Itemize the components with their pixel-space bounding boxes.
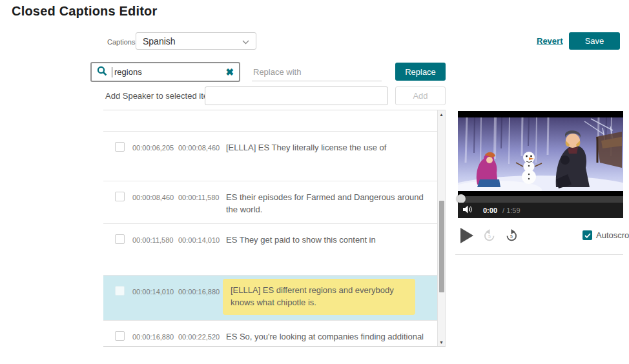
chevron-down-icon bbox=[242, 35, 249, 47]
duration: / 1:59 bbox=[502, 207, 521, 214]
scrollbar-thumb[interactable] bbox=[439, 201, 444, 292]
rewind-5-icon: 5 bbox=[483, 228, 496, 243]
start-time: 00:00:16,880 bbox=[132, 333, 174, 341]
caption-row-selected[interactable]: 00:00:14,010 00:00:16,880 [ELLLA] ES dif… bbox=[103, 276, 437, 321]
row-checkbox[interactable] bbox=[115, 234, 125, 244]
autoscroll-checkbox[interactable] bbox=[583, 230, 592, 240]
revert-link[interactable]: Revert bbox=[537, 36, 562, 46]
add-speaker-button: Add bbox=[395, 86, 446, 105]
svg-text:5: 5 bbox=[488, 234, 491, 239]
caption-row[interactable]: 00:00:06,205 00:00:08,460 [ELLLA] ES The… bbox=[103, 132, 437, 181]
captions-language-select[interactable]: Spanish bbox=[136, 32, 256, 50]
seek-bar[interactable] bbox=[458, 196, 623, 203]
scroll-up-arrow[interactable]: ▲ bbox=[438, 111, 445, 119]
end-time: 00:00:16,880 bbox=[178, 288, 220, 296]
caption-text-highlighted[interactable]: [ELLLA] ES different regions and everybo… bbox=[223, 279, 415, 315]
speaker-input[interactable] bbox=[205, 86, 388, 105]
clear-icon[interactable]: ✖ bbox=[225, 67, 234, 77]
save-button[interactable]: Save bbox=[569, 32, 620, 50]
row-checkbox[interactable] bbox=[115, 286, 125, 296]
player-control-bar: 0:00 / 1:59 bbox=[458, 203, 623, 218]
caption-text[interactable]: ES their episodes for Farmed and Dangero… bbox=[226, 192, 429, 216]
search-icon bbox=[97, 66, 107, 79]
search-box[interactable]: ✖ bbox=[90, 62, 240, 82]
seek-handle[interactable] bbox=[457, 194, 466, 203]
text-cursor bbox=[112, 67, 112, 77]
play-icon[interactable] bbox=[460, 227, 474, 244]
end-time: 00:00:11,580 bbox=[178, 194, 219, 201]
caption-row[interactable]: 00:00:11,580 00:00:14,010 ES They get pa… bbox=[103, 224, 437, 276]
transport-controls: 5 5 bbox=[460, 227, 518, 244]
autoscroll-control: Autoscroll bbox=[583, 230, 629, 240]
end-time: 00:00:08,460 bbox=[178, 144, 220, 152]
caption-text[interactable]: [ELLLA] ES They literally license the us… bbox=[226, 142, 429, 154]
start-time: 00:00:11,580 bbox=[132, 236, 173, 244]
current-time: 0:00 bbox=[483, 207, 497, 214]
scrolled-row-remainder bbox=[103, 110, 437, 132]
divider bbox=[455, 254, 623, 255]
speaker-label: Add Speaker to selected items bbox=[105, 91, 219, 101]
search-input[interactable] bbox=[114, 67, 225, 77]
page-title: Closed Captions Editor bbox=[12, 4, 158, 19]
captions-language-value: Spanish bbox=[143, 36, 242, 46]
autoscroll-label: Autoscroll bbox=[596, 230, 629, 240]
start-time: 00:00:08,460 bbox=[132, 194, 174, 201]
row-checkbox[interactable] bbox=[115, 331, 125, 341]
forward-5-icon[interactable]: 5 bbox=[505, 228, 518, 243]
start-time: 00:00:06,205 bbox=[132, 144, 174, 152]
volume-icon[interactable] bbox=[463, 205, 473, 216]
sled bbox=[596, 132, 622, 168]
video-player[interactable]: 0:00 / 1:59 bbox=[458, 111, 623, 218]
frozen-scene-image bbox=[458, 117, 623, 191]
replace-button[interactable]: Replace bbox=[395, 63, 446, 81]
row-checkbox[interactable] bbox=[115, 142, 125, 152]
caption-row[interactable]: 00:00:16,880 00:00:22,520 ES So, you're … bbox=[103, 321, 437, 347]
closed-captions-editor: Closed Captions Editor Captions Spanish … bbox=[0, 0, 629, 364]
caption-text[interactable]: ES They get paid to show this content in bbox=[226, 234, 429, 247]
replace-input[interactable] bbox=[252, 63, 382, 81]
end-time: 00:00:22,520 bbox=[178, 333, 220, 341]
row-checkbox[interactable] bbox=[115, 192, 125, 201]
scroll-down-arrow[interactable]: ▼ bbox=[438, 339, 445, 347]
captions-label: Captions bbox=[107, 38, 135, 46]
start-time: 00:00:14,010 bbox=[132, 288, 174, 296]
caption-row[interactable]: 00:00:08,460 00:00:11,580 ES their episo… bbox=[103, 181, 437, 224]
video-frame[interactable] bbox=[458, 111, 623, 196]
caption-text[interactable]: ES So, you're looking at companies findi… bbox=[226, 331, 429, 347]
end-time: 00:00:14,010 bbox=[178, 236, 220, 244]
svg-text:5: 5 bbox=[510, 234, 513, 239]
captions-list: 00:00:06,205 00:00:08,460 [ELLLA] ES The… bbox=[103, 110, 446, 347]
list-scrollbar[interactable]: ▲ ▼ bbox=[437, 110, 446, 347]
